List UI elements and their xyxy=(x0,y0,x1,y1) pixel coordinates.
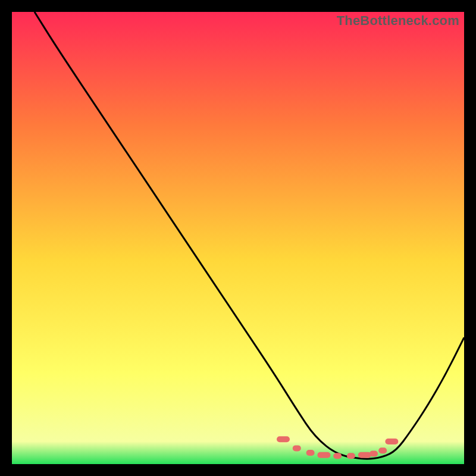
bottleneck-chart xyxy=(12,12,464,464)
marker-dot xyxy=(347,453,355,459)
marker-dot xyxy=(369,451,378,457)
marker-dot xyxy=(385,439,398,444)
watermark-text: TheBottleneck.com xyxy=(337,13,459,29)
marker-dot xyxy=(358,452,371,458)
marker-dot xyxy=(333,453,342,459)
marker-dot xyxy=(277,436,290,442)
gradient-background xyxy=(12,12,464,464)
marker-dot xyxy=(378,447,387,453)
chart-frame: TheBottleneck.com xyxy=(12,12,464,464)
marker-dot xyxy=(306,450,315,456)
marker-dot xyxy=(317,452,330,458)
marker-dot xyxy=(293,445,301,451)
